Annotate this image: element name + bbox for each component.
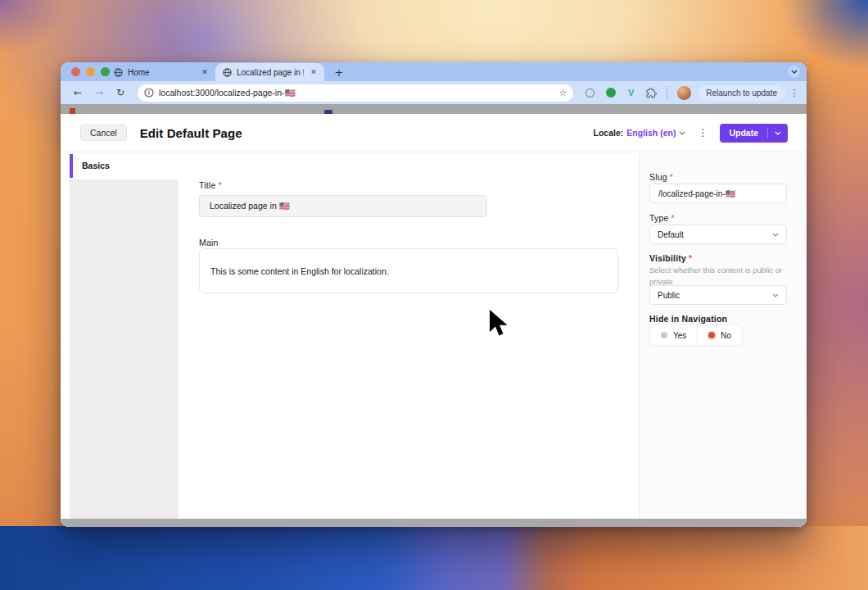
type-field-label: Type* — [649, 213, 675, 223]
tab-localized-page[interactable]: Localized page in 🇺🇸 ✕ — [215, 63, 324, 81]
chevron-down-icon — [679, 131, 685, 135]
page-title: Edit Default Page — [140, 126, 242, 140]
top-strip-marker — [70, 108, 75, 114]
update-chevron-icon[interactable] — [768, 131, 788, 135]
forward-button[interactable]: → — [90, 87, 108, 98]
browser-window: Home ✕ Localized page in 🇺🇸 ✕ + ← → — [61, 62, 807, 527]
title-field-label: Title* — [199, 180, 222, 190]
browser-menu-icon[interactable]: ⋮ — [789, 88, 800, 98]
extension-icon-2[interactable] — [602, 88, 619, 98]
site-info-icon[interactable] — [144, 88, 154, 98]
locale-value: English (en) — [626, 128, 676, 138]
page-top-strip — [61, 104, 807, 114]
reload-button[interactable]: ↻ — [111, 87, 129, 98]
vue-devtools-icon[interactable]: V — [622, 88, 640, 98]
close-window-button[interactable] — [71, 67, 80, 76]
locale-selector[interactable]: Locale: English (en) — [594, 128, 686, 138]
extensions-puzzle-icon[interactable] — [643, 88, 660, 98]
minimize-window-button[interactable] — [86, 67, 95, 76]
tab-label: Localized page in 🇺🇸 — [237, 68, 304, 77]
locale-label: Locale: — [594, 128, 624, 138]
chevron-down-icon — [772, 293, 779, 297]
globe-favicon-icon — [223, 68, 232, 77]
tab-list-chevron-button[interactable] — [788, 66, 800, 78]
browser-toolbar: ← → ↻ localhost:3000/localized-page-in-🇺… — [61, 81, 807, 104]
window-controls — [71, 67, 110, 76]
close-tab-icon[interactable]: ✕ — [309, 68, 319, 76]
required-mark: * — [218, 180, 221, 190]
hide-in-navigation-radio-group: Yes No — [649, 324, 743, 346]
bookmark-star-icon[interactable]: ☆ — [558, 88, 567, 98]
page-content: Cancel Edit Default Page Locale: English… — [61, 104, 807, 527]
main-richtext-editor[interactable]: This is some content in English for loca… — [199, 248, 618, 293]
slug-field-label: Slug* — [649, 172, 673, 182]
hide-in-navigation-label: Hide in Navigation — [649, 314, 727, 324]
page-bottom-strip — [61, 519, 807, 527]
extension-icon-1[interactable] — [581, 88, 599, 98]
toolbar-separator — [667, 87, 667, 98]
radio-option-no[interactable]: No — [697, 325, 742, 345]
zoom-window-button[interactable] — [101, 67, 110, 76]
wallpaper-bottom-band — [0, 526, 868, 590]
globe-favicon-icon — [114, 68, 123, 77]
radio-dot-selected — [708, 332, 715, 338]
profile-avatar[interactable] — [677, 86, 691, 100]
new-tab-button[interactable]: + — [331, 64, 347, 80]
relaunch-to-update-button[interactable]: Relaunch to update — [698, 85, 785, 101]
chevron-down-icon — [772, 233, 779, 237]
title-input[interactable] — [199, 195, 487, 217]
close-tab-icon[interactable]: ✕ — [200, 68, 210, 76]
url-text: localhost:3000/localized-page-in-🇺🇸 — [159, 88, 554, 98]
slug-input[interactable] — [649, 184, 787, 203]
update-button[interactable]: Update — [720, 124, 788, 143]
tab-strip: Home ✕ Localized page in 🇺🇸 ✕ + — [61, 62, 807, 81]
cancel-button[interactable]: Cancel — [80, 125, 127, 141]
mouse-cursor — [487, 308, 509, 339]
left-sidebar-panel — [70, 179, 179, 519]
radio-dot-unselected — [661, 332, 667, 338]
edit-header: Cancel Edit Default Page Locale: English… — [61, 114, 807, 152]
back-button[interactable]: ← — [69, 87, 87, 98]
document-menu-icon[interactable]: ⋮ — [696, 127, 709, 138]
active-tab-indicator — [70, 154, 73, 178]
main-field-label: Main — [199, 238, 219, 247]
visibility-field-label: Visibility* — [649, 253, 692, 263]
type-select[interactable]: Default — [649, 225, 787, 244]
tab-label: Home — [128, 68, 195, 77]
tab-home[interactable]: Home ✕ — [106, 63, 215, 81]
visibility-select[interactable]: Public — [649, 285, 787, 305]
desktop-wallpaper: Home ✕ Localized page in 🇺🇸 ✕ + ← → — [0, 0, 868, 590]
radio-option-yes[interactable]: Yes — [650, 325, 697, 345]
address-bar[interactable]: localhost:3000/localized-page-in-🇺🇸 ☆ — [138, 84, 573, 102]
tab-basics[interactable]: Basics — [82, 161, 110, 170]
